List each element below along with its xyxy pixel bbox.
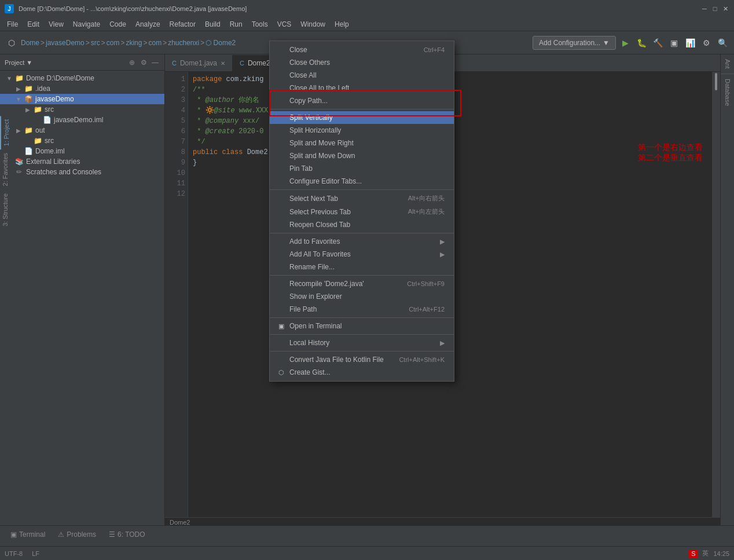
breadcrumb-dome[interactable]: Dome [21,39,39,47]
panel-settings-icon[interactable]: ⚙ [139,58,148,67]
menu-help[interactable]: Help [330,19,354,30]
menu-build[interactable]: Build [200,19,225,30]
ctx-open-terminal[interactable]: ▣Open in Terminal [270,320,454,332]
tree-dome-iml[interactable]: 📄 Dome.iml [0,146,164,156]
navigation-icon[interactable]: ⬡ [5,36,19,50]
ctx-sep-6 [270,334,454,335]
menu-view[interactable]: View [44,19,68,30]
breadcrumb-com2[interactable]: com [148,39,162,47]
menu-edit[interactable]: Edit [23,19,44,30]
tree-javaseDemo[interactable]: ▼ 📦 javaseDemo [0,94,164,104]
ctx-add-favorites[interactable]: Add to Favorites ▶ [270,235,454,248]
ctx-show-explorer[interactable]: Show in Explorer [270,290,454,303]
tree-item-label: javaseDemo [35,95,74,103]
tree-iml[interactable]: 📄 javaseDemo.iml [0,115,164,125]
tab-close-icon[interactable]: ✕ [221,60,225,67]
project-icon: 📁 [14,74,24,82]
todo-tab[interactable]: ☰ 6: TODO [103,528,151,541]
menu-navigate[interactable]: Navigate [68,19,105,30]
tree-expand-icon: ▶ [14,127,23,134]
menu-run[interactable]: Run [225,19,247,30]
settings-icon[interactable]: ⚙ [699,36,713,50]
java-file-icon2: C [240,60,244,67]
search-icon[interactable]: 🔍 [715,36,729,50]
bottom-bar: ▣ Terminal ⚠ Problems ☰ 6: TODO [0,525,734,543]
ctx-recompile[interactable]: Recompile 'Dome2.java' Ctrl+Shift+F9 [270,277,454,290]
breadcrumb-com[interactable]: com [107,39,120,47]
tree-src[interactable]: ▶ 📁 src [0,104,164,115]
tree-out[interactable]: ▶ 📁 out [0,125,164,136]
ctx-configure-tabs[interactable]: Configure Editor Tabs... [270,175,454,188]
profile-button[interactable]: 📊 [683,36,697,50]
tree-item-label: out [35,126,45,134]
structure-side-tab[interactable]: 3: Structure [0,190,12,230]
ctx-file-path[interactable]: File Path Ctrl+Alt+F12 [270,303,454,316]
ctx-add-all-favorites[interactable]: Add All To Favorites ▶ [270,248,454,261]
ctx-copy-path[interactable]: Copy Path... [270,94,454,107]
breadcrumb-javaseDemo[interactable]: javaseDemo [46,39,85,47]
ctx-pin-tab[interactable]: Pin Tab [270,162,454,175]
favorites-side-tab[interactable]: 2: Favorites [0,149,12,189]
tab-label: Dome2 [248,59,270,67]
tree-src2[interactable]: 📁 src [0,136,164,146]
menu-refactor[interactable]: Refactor [165,19,200,30]
ctx-split-vertically[interactable]: Split Vertically [270,111,454,124]
ctx-create-gist[interactable]: ⬡Create Gist... [270,366,454,379]
status-encoding: UTF-8 [5,550,23,557]
tree-item-label: src [45,105,54,114]
window-title: Dome [D:\Dome\Dome] - ...\com\zking\com\… [19,5,700,12]
breadcrumb-dome2[interactable]: ⬡ Dome2 [205,39,236,47]
ant-panel-tab[interactable]: Ant [722,54,733,74]
editor-scrollbar[interactable] [712,72,720,517]
folder-icon: 📁 [23,85,34,93]
menu-code[interactable]: Code [105,19,131,30]
panel-collapse-icon[interactable]: — [151,58,160,67]
tree-expand-icon: ▼ [14,96,23,103]
panel-locate-icon[interactable]: ⊕ [127,58,137,67]
ctx-split-move-down[interactable]: Split and Move Down [270,149,454,162]
menu-analyze[interactable]: Analyze [131,19,165,30]
breadcrumb-src[interactable]: src [91,39,100,47]
tree-dome-root[interactable]: ▼ 📁 Dome D:\Dome\Dome [0,73,164,83]
ctx-reopen-tab[interactable]: Reopen Closed Tab [270,218,454,231]
ctx-close-all[interactable]: Close All [270,69,454,82]
database-panel-tab[interactable]: Database [722,74,733,111]
breadcrumb-zking[interactable]: zking [126,39,142,47]
breadcrumb-zhuchenxi[interactable]: zhuchenxi [168,39,199,47]
tree-item-label: .idea [35,85,50,93]
ctx-split-horizontally[interactable]: Split Horizontally [270,124,454,137]
project-tree: ▼ 📁 Dome D:\Dome\Dome ▶ 📁 .idea ▼ 📦 java… [0,71,164,529]
menu-window[interactable]: Window [296,19,330,30]
maximize-button[interactable]: □ [711,5,719,13]
ctx-close[interactable]: Close Ctrl+F4 [270,43,454,56]
ctx-next-tab[interactable]: Select Next Tab Alt+向右箭头 [270,192,454,205]
run-button[interactable]: ▶ [618,36,632,50]
ctx-close-others[interactable]: Close Others [270,56,454,69]
problems-tab[interactable]: ⚠ Problems [52,528,102,541]
tree-idea[interactable]: ▶ 📁 .idea [0,83,164,94]
ctx-convert-kotlin[interactable]: Convert Java File to Kotlin File Ctrl+Al… [270,353,454,366]
minimize-button[interactable]: ─ [700,5,709,13]
ctx-local-history[interactable]: Local History ▶ [270,336,454,349]
tab-dome1[interactable]: C Dome1.java ✕ [165,55,233,71]
ctx-sep-5 [270,317,454,318]
coverage-button[interactable]: ▣ [667,36,681,50]
menu-tools[interactable]: Tools [247,19,273,30]
terminal-label: Terminal [19,530,45,539]
terminal-tab[interactable]: ▣ Terminal [5,528,51,541]
ctx-split-move-right[interactable]: Split and Move Right [270,137,454,149]
menu-file[interactable]: File [2,19,23,30]
tree-external[interactable]: ▶ 📚 External Libraries [0,156,164,167]
ctx-close-all-left[interactable]: Close All to the Left [270,82,454,94]
tree-expand-icon: ▼ [5,75,14,82]
debug-button[interactable]: 🐛 [634,36,648,50]
close-button[interactable]: ✕ [721,5,729,13]
project-side-tab[interactable]: 1: Project [0,116,12,149]
menu-vcs[interactable]: VCS [273,19,296,30]
add-configuration-button[interactable]: Add Configuration... ▼ [533,36,616,50]
ctx-prev-tab[interactable]: Select Previous Tab Alt+向左箭头 [270,205,454,218]
build-button[interactable]: 🔨 [651,36,665,50]
ctx-rename[interactable]: Rename File... [270,261,454,273]
tree-scratches[interactable]: ▶ ✏ Scratches and Consoles [0,167,164,177]
panel-icons: ⊕ ⚙ — [127,58,160,67]
